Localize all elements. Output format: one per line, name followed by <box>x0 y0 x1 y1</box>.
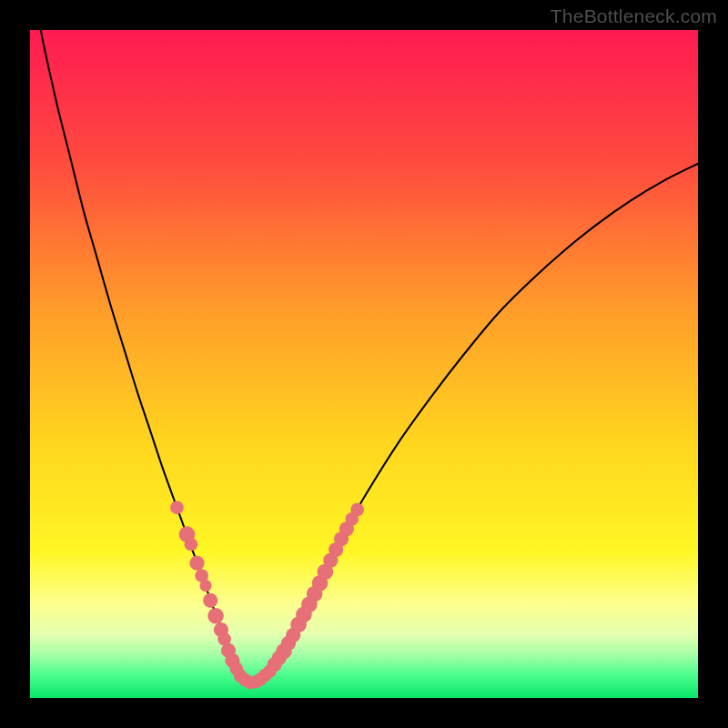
marker-dot <box>185 538 198 551</box>
marker-dot <box>170 500 184 514</box>
marker-dot <box>350 503 364 517</box>
chart-svg <box>30 30 698 698</box>
marker-dot <box>199 580 211 592</box>
frame: TheBottleneck.com <box>0 0 728 728</box>
bottleneck-curve <box>30 30 698 682</box>
watermark-text: TheBottleneck.com <box>551 5 717 27</box>
marker-group <box>170 500 364 689</box>
plot-area <box>30 30 698 698</box>
marker-dot <box>189 556 204 571</box>
marker-dot <box>207 608 224 624</box>
marker-dot <box>203 593 217 608</box>
